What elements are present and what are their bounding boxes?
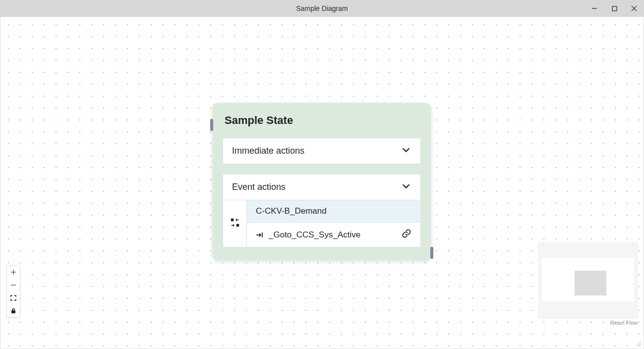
event-transition-icon-column	[223, 200, 247, 247]
minimap-node	[575, 271, 606, 295]
event-goto-label: _Goto_CCS_Sys_Active	[269, 230, 402, 240]
zoom-in-button[interactable]	[7, 266, 20, 279]
zoom-out-button[interactable]	[7, 279, 20, 291]
canvas-controls	[6, 265, 20, 318]
svg-line-14	[641, 346, 641, 346]
attribution-label: React Flow	[610, 320, 638, 326]
window-controls	[585, 0, 644, 17]
svg-rect-1	[612, 6, 617, 11]
immediate-actions-label: Immediate actions	[232, 146, 304, 156]
minimize-button[interactable]	[585, 0, 604, 17]
chevron-down-icon	[401, 180, 411, 194]
event-actions-header[interactable]: Event actions	[223, 174, 420, 200]
event-trigger-label: C-CKV-B_Demand	[256, 206, 411, 216]
chevron-down-icon	[401, 144, 411, 158]
event-actions-section: Event actions	[223, 174, 421, 247]
title-bar: Sample Diagram	[0, 0, 644, 17]
swap-icon	[230, 217, 240, 230]
svg-rect-4	[231, 219, 234, 222]
state-node-title: Sample State	[223, 103, 421, 138]
maximize-button[interactable]	[604, 0, 624, 17]
immediate-actions-section: Immediate actions	[223, 138, 421, 164]
event-trigger-row[interactable]: C-CKV-B_Demand	[247, 200, 420, 223]
immediate-actions-header[interactable]: Immediate actions	[223, 138, 420, 164]
svg-line-12	[636, 341, 641, 346]
fit-view-button[interactable]	[7, 291, 20, 304]
minimap-viewport	[542, 258, 634, 301]
svg-rect-11	[11, 310, 15, 313]
node-handle-right[interactable]	[430, 247, 433, 259]
node-handle-left[interactable]	[210, 119, 213, 131]
state-node[interactable]: Sample State Immediate actions Event act…	[213, 103, 431, 260]
close-button[interactable]	[624, 0, 644, 17]
minimap[interactable]	[538, 242, 638, 318]
event-goto-row[interactable]: _Goto_CCS_Sys_Active	[247, 223, 420, 247]
event-actions-label: Event actions	[232, 182, 286, 192]
resize-grip[interactable]	[635, 340, 642, 347]
diagram-canvas[interactable]: Sample State Immediate actions Event act…	[0, 17, 644, 349]
goto-icon	[256, 232, 265, 238]
svg-rect-5	[236, 224, 239, 227]
link-icon[interactable]	[402, 229, 411, 241]
lock-button[interactable]	[7, 304, 20, 317]
window-title: Sample Diagram	[296, 4, 348, 12]
